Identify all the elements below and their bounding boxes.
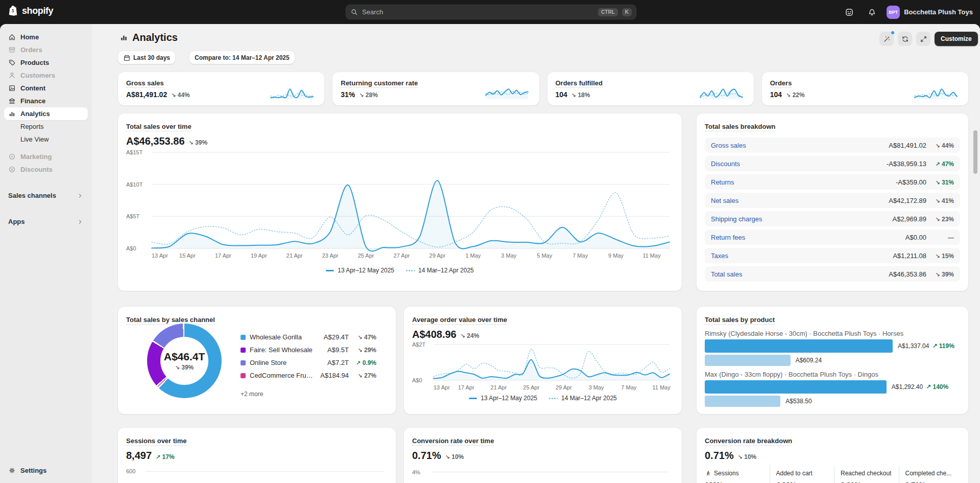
sidebar-item-finance[interactable]: Finance [4, 95, 88, 107]
kpi-card-orders: Orders104↘ 22% [762, 72, 968, 105]
sales-by-channel-card: Total sales by sales channel A$46.4T ↘ 3… [118, 307, 396, 414]
svg-text:A$15T: A$15T [126, 149, 143, 155]
sidebar-section-apps[interactable]: Apps [4, 215, 88, 228]
chevron-right-icon [77, 192, 84, 199]
channel-swatch [241, 348, 246, 353]
product-bar-row: A$609.24 [705, 355, 960, 366]
legend-item: 13 Apr–12 May 2025 [469, 395, 537, 402]
breakdown-row: Shipping chargesA$2,969.89↘ 23% [705, 211, 960, 226]
section-label: Apps [8, 218, 25, 225]
legend-label: 14 Mar–12 Apr 2025 [561, 395, 617, 402]
funnel-step-values: 4.32%367 [776, 481, 834, 483]
change-indicator: ↘ 18% [571, 91, 590, 99]
card-title: Total sales breakdown [705, 123, 775, 131]
change-indicator: ↗ 47% [935, 160, 954, 168]
svg-text:A$5T: A$5T [126, 213, 140, 219]
scrollbar-thumb[interactable] [973, 130, 977, 174]
funnel-step-completed-che-: Completed che...0.71%60 [899, 466, 964, 483]
more-channels-link[interactable]: +2 more [241, 390, 263, 398]
sidebar-item-label: Live View [20, 135, 49, 143]
change-indicator: ↘ 24% [461, 332, 480, 339]
breakdown-value: A$2,969.89 [892, 215, 926, 223]
sidebar-item-label: Discounts [20, 166, 53, 173]
sidebar-item-label: Finance [20, 97, 45, 105]
store-menu[interactable]: BPT Bocchetta Plush Toys [887, 6, 973, 19]
sidebar-item-live-view[interactable]: Live View [4, 133, 88, 146]
svg-text:25 Apr: 25 Apr [358, 252, 374, 259]
breakdown-label-link[interactable]: Net sales [711, 197, 889, 204]
solid-line-swatch [469, 398, 477, 399]
search-input[interactable] [362, 8, 594, 16]
change-indicator: ↘ 28% [359, 91, 378, 99]
channel-legend-row: Wholesale GorillaA$29.4T↘ 47% [241, 332, 376, 342]
settings-label: Settings [20, 467, 46, 474]
sparkline [700, 87, 747, 100]
funnel-step-header: Sessions [705, 469, 770, 478]
date-range-button[interactable]: Last 30 days [118, 51, 175, 64]
refresh-icon [901, 35, 909, 43]
breakdown-label-link[interactable]: Total sales [711, 270, 889, 278]
sidebar-item-marketing[interactable]: Marketing [4, 150, 88, 163]
sidebar-item-analytics[interactable]: Analytics [4, 107, 88, 120]
refresh-button[interactable] [898, 32, 912, 46]
donut-center-change: ↘ 39% [175, 364, 194, 371]
sidebar-item-products[interactable]: Products [4, 56, 88, 69]
sidebar-item-discounts[interactable]: Discounts [4, 163, 88, 176]
global-search[interactable]: CTRL K [346, 5, 636, 19]
breakdown-change: ↘ 41% [926, 197, 954, 204]
breakdown-label-link[interactable]: Taxes [711, 252, 893, 260]
walker-icon [705, 470, 711, 477]
notifications-button[interactable] [864, 5, 879, 20]
breakdown-value: A$81,491.02 [889, 142, 926, 149]
shopify-logo[interactable]: shopify [8, 5, 53, 17]
magic-wand-icon [883, 35, 891, 43]
sidebar-item-content[interactable]: Content [4, 82, 88, 95]
shopify-bag-icon [8, 5, 19, 17]
funnel-step-values: 2.91%247 [841, 481, 899, 483]
solid-line-swatch [326, 270, 334, 271]
card-title: Total sales by product [705, 316, 775, 325]
sidebar-item-label: Content [20, 84, 45, 92]
sidebar-item-reports[interactable]: Reports [4, 120, 88, 133]
sidebar-section-sales-channels[interactable]: Sales channels [4, 189, 88, 202]
customize-button[interactable]: Customize [935, 32, 978, 46]
sidebar-item-label: Home [20, 33, 39, 41]
fullscreen-button[interactable] [916, 32, 930, 46]
breakdown-row: Returns-A$359.00↘ 31% [705, 174, 960, 190]
svg-text:13 Apr: 13 Apr [152, 252, 168, 259]
sparkline [485, 87, 532, 100]
svg-text:3 May: 3 May [589, 384, 604, 390]
sidebar-item-settings[interactable]: Settings [4, 464, 88, 477]
svg-text:A$10T: A$10T [126, 181, 143, 188]
sidebar-item-orders[interactable]: Orders [4, 43, 88, 56]
breakdown-label-link[interactable]: Returns [711, 178, 896, 186]
funnel-step-reached-checkout: Reached checkout2.91%247 [834, 466, 899, 483]
product-bar-compare [705, 396, 780, 407]
breakdown-label-link[interactable]: Shipping charges [711, 215, 892, 223]
sidebar-item-customers[interactable]: Customers [4, 69, 88, 82]
magic-insights-button[interactable] [879, 32, 894, 46]
compare-button[interactable]: Compare to: 14 Mar–12 Apr 2025 [189, 51, 295, 64]
change-indicator: ↘ 47% [357, 334, 376, 341]
kpi-value: A$81,491.02 [126, 90, 167, 99]
analytics-icon [119, 33, 128, 42]
customers-icon [8, 72, 16, 79]
breakdown-label-link[interactable]: Discounts [711, 160, 887, 168]
channel-change: ↘ 47% [353, 333, 376, 341]
breakdown-label-link[interactable]: Gross sales [711, 142, 889, 149]
svg-text:25 Apr: 25 Apr [523, 384, 539, 390]
sidekick-icon [845, 8, 854, 17]
breakdown-label-link[interactable]: Return fees [711, 234, 905, 241]
funnel-step-values: 100%8,497 [705, 481, 770, 483]
change-indicator: ↘ 44% [935, 142, 954, 149]
sidekick-button[interactable] [842, 5, 857, 20]
kbd-ctrl: CTRL [598, 8, 618, 16]
legend-label: 13 Apr–12 May 2025 [338, 267, 394, 274]
card-title: Conversion rate over time [412, 437, 494, 446]
product-bar-row: A$538.50 [705, 396, 960, 407]
sidebar-item-home[interactable]: Home [4, 31, 88, 43]
kpi-sparkline [700, 87, 747, 100]
svg-text:17 Apr: 17 Apr [458, 384, 474, 390]
conversion-breakdown-card: Conversion rate breakdown 0.71%↘ 10% Ses… [697, 428, 968, 483]
workspace: HomeOrdersProductsCustomersContentFinanc… [0, 24, 980, 483]
